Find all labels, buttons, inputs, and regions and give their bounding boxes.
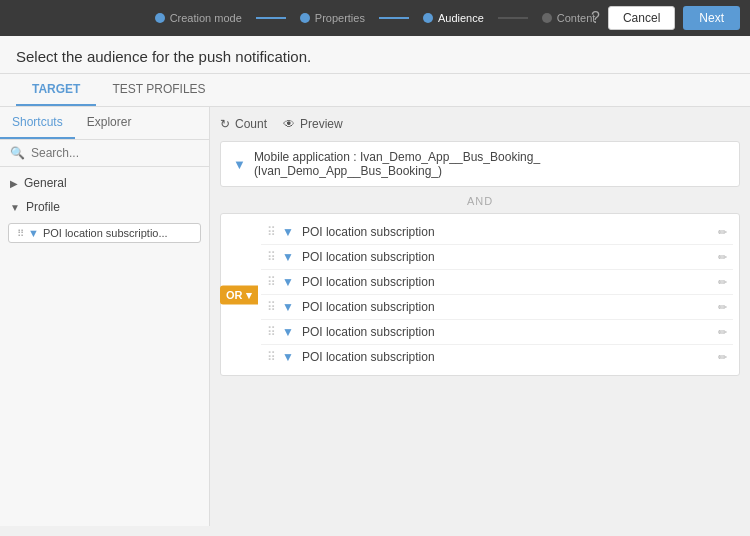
or-group: OR ▾ ⠿ ▼ POI location subscription ✏ ⠿ ▼… — [220, 213, 740, 376]
filter-chip-poi[interactable]: ⠿ ▼ POI location subscriptio... — [8, 223, 201, 243]
drag-icon: ⠿ — [267, 325, 276, 339]
left-panel-tabs: Shortcuts Explorer — [0, 107, 209, 140]
step-creation-mode: Creation mode — [155, 12, 242, 24]
page-title: Select the audience for the push notific… — [16, 48, 734, 65]
or-row-text: POI location subscription — [302, 300, 718, 314]
or-row-text: POI location subscription — [302, 225, 718, 239]
step-properties: Properties — [300, 12, 365, 24]
step-dot — [423, 13, 433, 23]
chevron-right-icon: ▶ — [10, 178, 18, 189]
or-row-text: POI location subscription — [302, 325, 718, 339]
refresh-icon: ↻ — [220, 117, 230, 131]
preview-button[interactable]: 👁 Preview — [283, 117, 343, 131]
filter-icon: ▼ — [282, 300, 294, 314]
next-button[interactable]: Next — [683, 6, 740, 30]
tab-test-profiles[interactable]: TEST PROFILES — [96, 74, 221, 106]
step-audience: Audience — [423, 12, 484, 24]
tab-target[interactable]: TARGET — [16, 74, 96, 106]
top-bar: Creation mode Properties Audience Conten… — [0, 0, 750, 36]
filter-icon: ▼ — [28, 227, 39, 239]
or-row: ⠿ ▼ POI location subscription ✏ — [261, 245, 733, 270]
or-row: ⠿ ▼ POI location subscription ✏ — [261, 220, 733, 245]
step-line-1 — [256, 17, 286, 19]
left-tab-shortcuts[interactable]: Shortcuts — [0, 107, 75, 139]
drag-handle-icon: ⠿ — [17, 228, 24, 239]
left-panel: Shortcuts Explorer 🔍 ▶ General ▼ Profile… — [0, 107, 210, 526]
main-filter-text: Mobile application : Ivan_Demo_App__Bus_… — [254, 150, 727, 178]
right-panel: ↻ Count 👁 Preview ▼ Mobile application :… — [210, 107, 750, 526]
step-label: Creation mode — [170, 12, 242, 24]
drag-icon: ⠿ — [267, 275, 276, 289]
search-icon: 🔍 — [10, 146, 25, 160]
step-label: Properties — [315, 12, 365, 24]
filter-funnel-icon: ▼ — [233, 157, 246, 172]
drag-icon: ⠿ — [267, 300, 276, 314]
step-line-2 — [379, 17, 409, 19]
or-row: ⠿ ▼ POI location subscription ✏ — [261, 270, 733, 295]
or-label: OR — [226, 289, 243, 301]
tree-label-profile: Profile — [26, 200, 60, 214]
filter-icon: ▼ — [282, 275, 294, 289]
edit-icon[interactable]: ✏ — [718, 326, 727, 339]
count-button[interactable]: ↻ Count — [220, 117, 267, 131]
tree-section: ▶ General ▼ Profile ⠿ ▼ POI location sub… — [0, 167, 209, 251]
drag-icon: ⠿ — [267, 225, 276, 239]
main-filter-card: ▼ Mobile application : Ivan_Demo_App__Bu… — [220, 141, 740, 187]
or-row-text: POI location subscription — [302, 250, 718, 264]
or-badge[interactable]: OR ▾ — [220, 285, 258, 304]
preview-label: Preview — [300, 117, 343, 131]
edit-icon[interactable]: ✏ — [718, 301, 727, 314]
sub-header: Select the audience for the push notific… — [0, 36, 750, 74]
step-line-3 — [498, 17, 528, 19]
or-row: ⠿ ▼ POI location subscription ✏ — [261, 320, 733, 345]
tree-item-general[interactable]: ▶ General — [0, 171, 209, 195]
step-dot — [155, 13, 165, 23]
tabs-bar: TARGET TEST PROFILES — [0, 74, 750, 107]
drag-icon: ⠿ — [267, 250, 276, 264]
left-tab-explorer[interactable]: Explorer — [75, 107, 144, 139]
or-row-text: POI location subscription — [302, 275, 718, 289]
filter-icon: ▼ — [282, 350, 294, 364]
or-row: ⠿ ▼ POI location subscription ✏ — [261, 295, 733, 320]
main-content: Shortcuts Explorer 🔍 ▶ General ▼ Profile… — [0, 107, 750, 526]
step-dot — [542, 13, 552, 23]
filter-icon: ▼ — [282, 325, 294, 339]
eye-icon: 👁 — [283, 117, 295, 131]
step-label: Audience — [438, 12, 484, 24]
right-toolbar: ↻ Count 👁 Preview — [220, 117, 740, 131]
help-icon[interactable]: ? — [591, 9, 600, 27]
top-bar-actions: ? Cancel Next — [591, 6, 740, 30]
drag-icon: ⠿ — [267, 350, 276, 364]
step-content: Content — [542, 12, 596, 24]
tree-label-general: General — [24, 176, 67, 190]
edit-icon[interactable]: ✏ — [718, 226, 727, 239]
or-row: ⠿ ▼ POI location subscription ✏ — [261, 345, 733, 369]
edit-icon[interactable]: ✏ — [718, 351, 727, 364]
or-chevron-icon: ▾ — [246, 288, 252, 301]
count-label: Count — [235, 117, 267, 131]
filter-icon: ▼ — [282, 250, 294, 264]
or-row-text: POI location subscription — [302, 350, 718, 364]
filter-icon: ▼ — [282, 225, 294, 239]
search-input[interactable] — [31, 146, 199, 160]
and-label: AND — [220, 195, 740, 207]
cancel-button[interactable]: Cancel — [608, 6, 675, 30]
chip-label: POI location subscriptio... — [43, 227, 168, 239]
tree-item-profile[interactable]: ▼ Profile — [0, 195, 209, 219]
edit-icon[interactable]: ✏ — [718, 251, 727, 264]
edit-icon[interactable]: ✏ — [718, 276, 727, 289]
step-label: Content — [557, 12, 596, 24]
wizard-steps: Creation mode Properties Audience Conten… — [143, 12, 608, 24]
step-dot — [300, 13, 310, 23]
search-box: 🔍 — [0, 140, 209, 167]
chevron-down-icon: ▼ — [10, 202, 20, 213]
